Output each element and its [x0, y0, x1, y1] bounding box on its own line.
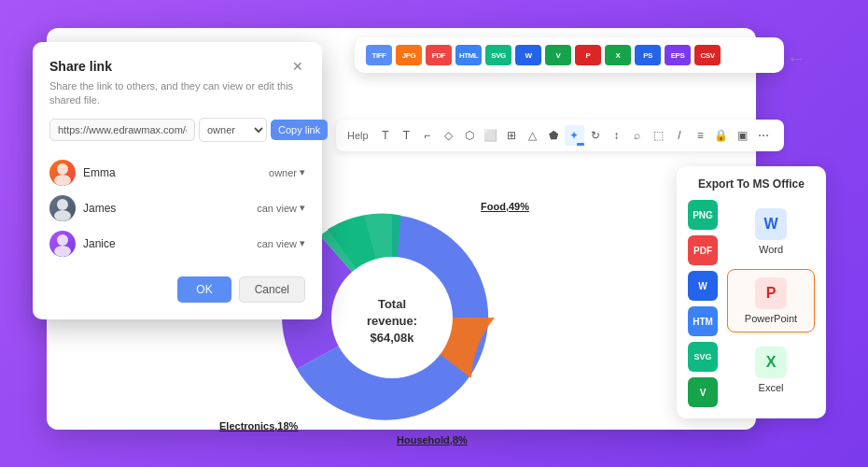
badge-ppt[interactable]: P — [575, 45, 601, 65]
tool-shape3[interactable]: ⬟ — [544, 125, 564, 146]
dialog-actions: OK Cancel — [49, 276, 305, 303]
close-button[interactable]: ✕ — [290, 59, 305, 74]
export-side: PNG PDF W HTM SVG V — [688, 200, 718, 407]
ok-button[interactable]: OK — [177, 276, 231, 303]
svg-point-6 — [57, 199, 68, 210]
role-label-james: can view — [257, 203, 297, 214]
badge-tiff[interactable]: TIFF — [366, 45, 392, 65]
role-dropdown-james[interactable]: can view ▾ — [257, 202, 305, 214]
badge-csv[interactable]: CSV — [694, 45, 721, 65]
export-panel: Export To MS Office PNG PDF W HTM SVG V … — [677, 166, 826, 418]
tool-more[interactable]: ⋯ — [754, 125, 774, 146]
tool-pen[interactable]: ✦ — [565, 125, 584, 146]
export-main: W Word P PowerPoint X Excel — [727, 200, 815, 407]
tool-text[interactable]: T — [376, 125, 396, 146]
tool-corner[interactable]: ⌐ — [418, 125, 438, 146]
tool-list[interactable]: ≡ — [691, 125, 710, 146]
tool-shape1[interactable]: ◇ — [439, 125, 458, 146]
tool-frame[interactable]: ▣ — [733, 125, 752, 146]
export-layout: PNG PDF W HTM SVG V W Word P PowerPoint — [688, 200, 815, 407]
export-item-ppt[interactable]: P PowerPoint — [727, 269, 815, 333]
badge-eps[interactable]: EPS — [665, 45, 691, 65]
svg-text:revenue:: revenue: — [367, 314, 417, 328]
role-label-emma: owner — [269, 167, 297, 178]
label-food: Food,49% — [481, 201, 529, 212]
badge-visio[interactable]: V — [545, 45, 571, 65]
tool-line[interactable]: / — [670, 125, 690, 146]
dialog-subtitle: Share the link to others, and they can v… — [49, 79, 305, 108]
user-left-janice: Janice — [49, 231, 116, 257]
tool-triangle[interactable]: △ — [523, 125, 542, 146]
link-input[interactable] — [49, 119, 195, 141]
label-electronics: Electronics,18% — [219, 420, 298, 432]
excel-letter: X — [766, 354, 777, 371]
side-icon-pdf[interactable]: PDF — [688, 235, 718, 265]
word-letter: W — [763, 216, 777, 233]
help-toolbar: Help T T ⌐ ◇ ⬡ ⬜ ⊞ △ ⬟ ✦ ↻ ↕ ⌕ ⬚ / ≡ 🔒 ▣… — [336, 120, 784, 151]
side-icon-visio[interactable]: V — [688, 377, 718, 407]
role-select[interactable]: owner can view can edit — [199, 118, 267, 142]
dialog-title: Share link — [49, 59, 112, 74]
tool-search[interactable]: ⌕ — [628, 125, 648, 146]
avatar-emma — [49, 160, 76, 186]
badge-pdf[interactable]: PDF — [426, 45, 452, 65]
export-title: Export To MS Office — [688, 177, 815, 191]
user-list: Emma owner ▾ James can view ▾ — [49, 155, 305, 262]
copy-link-button[interactable]: Copy link — [271, 120, 328, 140]
tool-lock[interactable]: 🔒 — [712, 125, 732, 146]
user-row-emma: Emma owner ▾ — [49, 155, 305, 191]
badge-excel[interactable]: X — [605, 45, 631, 65]
excel-icon: X — [755, 347, 787, 378]
tool-resize[interactable]: ↕ — [607, 125, 626, 146]
badge-word[interactable]: W — [515, 45, 541, 65]
svg-point-9 — [54, 246, 71, 257]
ppt-icon: P — [755, 277, 787, 309]
user-row-james: James can view ▾ — [49, 191, 305, 226]
tool-view[interactable]: ⬚ — [649, 125, 668, 146]
share-dialog: Share link ✕ Share the link to others, a… — [33, 42, 322, 319]
user-row-janice: Janice can view ▾ — [49, 226, 305, 262]
excel-label: Excel — [759, 382, 784, 393]
user-name-emma: Emma — [83, 166, 116, 179]
svg-point-4 — [57, 163, 68, 175]
badge-svg[interactable]: SVG — [485, 45, 511, 65]
role-dropdown-janice[interactable]: can view ▾ — [257, 237, 305, 249]
user-name-janice: Janice — [83, 237, 116, 250]
help-label: Help — [347, 130, 369, 141]
badge-jpg[interactable]: JPG — [396, 45, 422, 65]
tool-grid[interactable]: ⊞ — [502, 125, 522, 146]
format-toolbar: TIFF JPG PDF HTML SVG W V P X PS EPS CSV — [355, 37, 784, 73]
tool-text2[interactable]: T — [397, 125, 416, 146]
avatar-janice — [49, 231, 76, 257]
badge-ps[interactable]: PS — [635, 45, 661, 65]
side-icon-word-sm[interactable]: W — [688, 271, 718, 301]
export-item-word[interactable]: W Word — [727, 200, 815, 263]
side-icon-png[interactable]: PNG — [688, 200, 718, 230]
word-icon: W — [755, 208, 787, 240]
user-name-james: James — [83, 202, 116, 215]
side-icon-html[interactable]: HTM — [688, 306, 718, 336]
svg-point-5 — [54, 175, 71, 186]
tool-rect[interactable]: ⬜ — [481, 125, 500, 146]
ppt-label: PowerPoint — [745, 313, 797, 324]
svg-point-8 — [57, 234, 68, 246]
svg-text:Total: Total — [378, 297, 406, 311]
cancel-button[interactable]: Cancel — [239, 276, 305, 303]
tool-shape2[interactable]: ⬡ — [460, 125, 480, 146]
avatar-james — [49, 195, 76, 221]
word-label: Word — [759, 244, 783, 255]
chevron-down-icon-james: ▾ — [300, 202, 305, 214]
user-left-emma: Emma — [49, 160, 116, 186]
role-dropdown-emma[interactable]: owner ▾ — [269, 166, 305, 178]
role-label-janice: can view — [257, 238, 297, 249]
dialog-header: Share link ✕ — [49, 59, 305, 74]
label-household: Household,8% — [397, 434, 468, 446]
arrow-indicator: ← — [787, 48, 805, 69]
badge-html[interactable]: HTML — [455, 45, 482, 65]
chevron-down-icon-emma: ▾ — [300, 166, 305, 178]
svg-point-7 — [54, 210, 71, 221]
tool-rotate[interactable]: ↻ — [586, 125, 606, 146]
export-item-excel[interactable]: X Excel — [727, 338, 815, 402]
user-left-james: James — [49, 195, 116, 221]
side-icon-svg[interactable]: SVG — [688, 342, 718, 372]
